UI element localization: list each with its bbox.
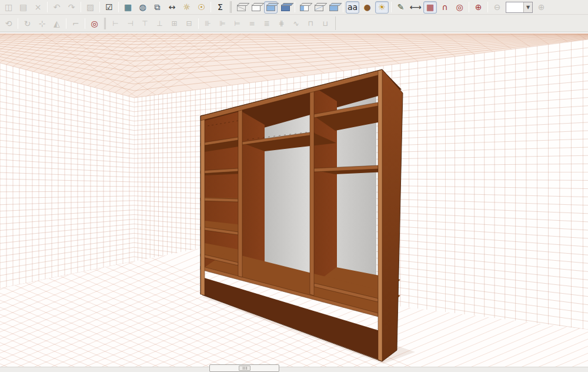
view-render-icon[interactable] xyxy=(327,1,340,14)
lamp-icon[interactable]: ☼ xyxy=(180,1,193,14)
paste-icon[interactable]: ▤ xyxy=(16,1,30,14)
toolbar-separator xyxy=(118,2,119,12)
dimensions-icon[interactable]: ↔ xyxy=(165,1,179,14)
align-left-icon[interactable]: ⊢ xyxy=(109,17,122,29)
magnet-snap-icon[interactable]: ∩ xyxy=(438,1,452,14)
price-coin-icon[interactable]: ☉ xyxy=(195,1,208,14)
view-hidden-line-icon[interactable] xyxy=(249,1,263,14)
view-wireframe-icon xyxy=(237,5,246,11)
toolbar-separator xyxy=(18,18,18,29)
structure-tree-icon[interactable]: ⧉ xyxy=(151,1,164,14)
align-top-icon[interactable]: ⊤ xyxy=(138,17,152,29)
preview-zoom-icon[interactable]: ◍ xyxy=(136,1,149,14)
distribute-v-icon[interactable]: ≣ xyxy=(260,17,273,29)
view-pan-slider[interactable] xyxy=(209,364,279,372)
mirror-icon[interactable]: ◭ xyxy=(50,17,64,29)
view-wireframe-icon[interactable] xyxy=(235,1,248,14)
view-face-icon xyxy=(300,5,309,11)
distribute-right-icon[interactable]: ⊨ xyxy=(230,17,244,29)
view-render-icon xyxy=(329,5,338,11)
undo-icon[interactable]: ↶ xyxy=(50,1,64,14)
toolbar-separator xyxy=(47,2,48,12)
zoom-scale-combobox[interactable]: ▼ xyxy=(506,2,533,13)
view-wire-shade-icon[interactable] xyxy=(312,1,326,14)
toolbar-separator xyxy=(295,2,295,12)
align-center-v-icon[interactable]: ⊟ xyxy=(182,17,196,29)
grid-icon[interactable]: ▦ xyxy=(423,1,437,14)
toolbar-separator xyxy=(391,2,392,12)
zoom-in-icon[interactable]: ⊕ xyxy=(534,1,548,14)
view-wire-shade-icon xyxy=(315,5,323,11)
snap-target-icon[interactable]: ◎ xyxy=(88,17,101,29)
light-bulb-icon[interactable]: ☀ xyxy=(375,1,389,14)
toolbar-separator xyxy=(211,2,211,12)
antialias-icon[interactable]: aa xyxy=(346,1,359,14)
align-bottom-icon[interactable]: ⊥ xyxy=(153,17,166,29)
delete-icon[interactable]: × xyxy=(31,1,45,14)
arrange-back-icon[interactable]: ⊔ xyxy=(319,17,332,29)
viewport-3d[interactable] xyxy=(0,34,588,372)
view-shaded-icon xyxy=(266,5,275,11)
redo-icon[interactable]: ↷ xyxy=(65,1,78,14)
view-solid-icon xyxy=(281,5,290,11)
toolbar-transform: ⟲↻⊹◭⌐◎⊢⊣⊤⊥⊞⊟⊪⊫⊨≡≣⋕∿⊓⊔ xyxy=(0,15,588,32)
arrange-front-icon[interactable]: ⊓ xyxy=(304,17,318,29)
toolbar-separator xyxy=(469,2,469,12)
view-shaded-icon[interactable] xyxy=(264,1,278,14)
material-sphere-icon[interactable]: ● xyxy=(360,1,374,14)
toolbar-separator xyxy=(343,2,343,12)
view-hidden-line-icon xyxy=(252,5,260,11)
view-face-icon[interactable] xyxy=(298,1,311,14)
viewport-bottom-bar xyxy=(0,367,588,372)
view-solid-icon[interactable] xyxy=(279,1,292,14)
snap-center-icon[interactable]: ⊕ xyxy=(472,1,485,14)
toolbar-panel-edge xyxy=(335,16,336,30)
toolbar-separator xyxy=(85,18,85,29)
toolbar-separator xyxy=(104,18,106,29)
move-icon[interactable]: ⊹ xyxy=(35,17,49,29)
zoom-out-icon[interactable]: ⊖ xyxy=(490,1,504,14)
corner-join-icon[interactable]: ⌐ xyxy=(69,17,82,29)
toolbar-separator xyxy=(230,1,232,13)
toolbar-main: ◫▤×↶↷▨☑▦◍⧉↔☼☉Σaa●☀✎⟷▦∩◎⊕⊖▼⊕ xyxy=(0,0,588,15)
arrange-depth-icon[interactable]: ∿ xyxy=(289,17,303,29)
align-right-icon[interactable]: ⊣ xyxy=(123,17,137,29)
texture-tag-icon[interactable]: ✎ xyxy=(394,1,407,14)
snap-node-icon[interactable]: ◎ xyxy=(453,1,466,14)
divider-1 xyxy=(242,112,265,277)
toolbar-separator xyxy=(198,18,199,29)
pan-slider-handle[interactable] xyxy=(239,366,250,371)
toolbar-separator xyxy=(66,18,66,29)
toolbar-separator xyxy=(99,2,100,12)
distribute-center-icon[interactable]: ⊫ xyxy=(216,17,229,29)
orbit-view-icon[interactable]: ⟲ xyxy=(2,17,15,29)
options-checklist-icon[interactable]: ☑ xyxy=(102,1,116,14)
toolbar-separator xyxy=(81,2,81,12)
sum-sigma-icon[interactable]: Σ xyxy=(213,1,227,14)
align-center-h-icon[interactable]: ⊞ xyxy=(168,17,181,29)
distribute-grid-icon[interactable]: ⋕ xyxy=(275,17,288,29)
properties-icon[interactable]: ▨ xyxy=(83,1,97,14)
parts-panel-icon[interactable]: ▦ xyxy=(121,1,135,14)
distribute-h-icon[interactable]: ≡ xyxy=(245,17,259,29)
dimension-line-icon[interactable]: ⟷ xyxy=(409,1,422,14)
combobox-dropdown-arrow[interactable]: ▼ xyxy=(523,2,532,12)
copy-icon[interactable]: ◫ xyxy=(2,1,15,14)
toolbar-separator xyxy=(487,2,488,12)
distribute-left-icon[interactable]: ⊪ xyxy=(201,17,215,29)
cad-furniture-app-window: { "app": { "type": "3d-furniture-cad", "… xyxy=(0,0,588,372)
rotate-icon[interactable]: ↻ xyxy=(21,17,34,29)
